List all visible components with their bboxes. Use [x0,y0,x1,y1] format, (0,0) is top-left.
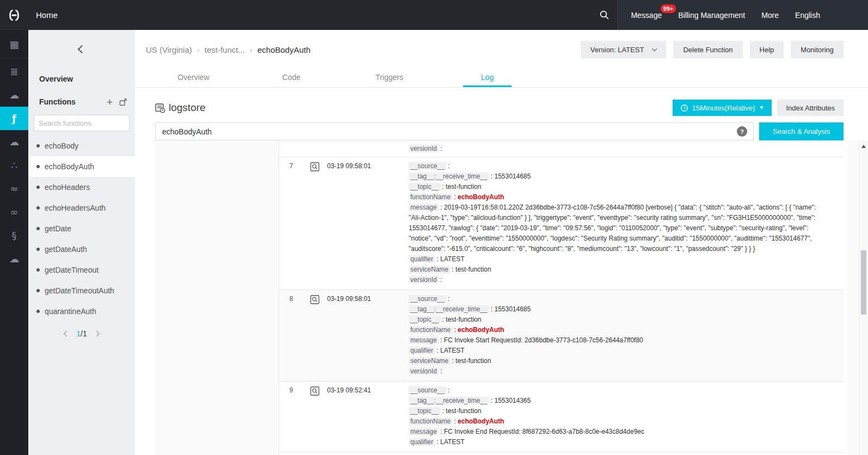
log-field-key: __tag__:__receive_time__ [409,305,489,313]
log-field-key: versionId [409,276,439,284]
log-field: message : FC Invoke Start RequestId: 2d3… [409,335,827,346]
vertical-scrollbar[interactable] [859,140,868,455]
breadcrumb-service[interactable]: test-funct... [205,45,245,54]
view-log-detail-icon[interactable] [310,162,319,171]
log-field-key: functionName [409,417,452,425]
oss-cloud-icon[interactable]: ☁ [0,130,28,153]
cluster-icon[interactable]: ∴ [0,153,28,177]
log-results-panel: versionId : 7 03-19 09:58:01 __source__ … [155,140,844,455]
more-menu[interactable]: More [761,11,779,20]
tab-log[interactable]: Log [453,69,521,87]
chevron-down-icon [652,46,657,51]
sidebar-item-getDate[interactable]: getDate [28,218,135,239]
billing-management-menu[interactable]: Billing Management [678,11,745,20]
log-row-partial: versionId : [280,143,844,157]
vpn-icon[interactable]: § [0,224,28,247]
network-wave-icon[interactable]: ≈ [0,177,28,200]
sidebar-item-quarantineAuth[interactable]: quarantineAuth [28,301,135,322]
log-query-input[interactable] [155,122,754,140]
time-range-dropdown[interactable]: 15Minutes(Relative) ▼ [673,100,772,116]
log-row-number: 8 [280,294,303,377]
chevron-right-icon: › [197,45,200,54]
version-dropdown[interactable]: Version: LATEST [581,41,667,58]
log-field: message : 2019-03-19T16:58:01.220Z 2d36b… [409,202,827,254]
sidebar-item-overview[interactable]: Overview [28,68,135,90]
log-timestamp: 03-19 09:52:41 [327,385,409,447]
search-icon[interactable] [591,0,617,30]
log-field: serviceName : test-function [409,265,827,275]
log-field-value: LATEST [440,347,464,354]
bullet-icon [36,144,40,147]
scrollbar-thumb[interactable] [861,250,866,315]
logstore-title: logstore [155,102,206,114]
home-link[interactable]: Home [36,10,58,20]
log-field: functionName : echoBodyAuth [409,416,827,427]
sidebar-item-getDateTimeoutAuth[interactable]: getDateTimeoutAuth [28,280,135,301]
breadcrumb-region[interactable]: US (Virginia) [146,45,192,54]
log-field-value: echoBodyAuth [458,193,504,201]
log-field: qualifier : LATEST [409,437,827,447]
bullet-icon [36,310,40,313]
cdn-cloud-icon[interactable]: ∞ [0,200,28,224]
next-page-icon[interactable] [94,330,100,336]
search-functions-input[interactable] [34,115,130,131]
create-function-icon[interactable]: + [107,97,113,107]
language-menu[interactable]: English [795,11,820,20]
index-attributes-button[interactable]: Index Attributes [777,100,844,116]
log-row: 9 03-19 09:52:41 __source__ : __tag__:__… [280,382,844,452]
log-field: __topic__ : test-function [409,406,827,416]
log-field-key: functionName [409,326,452,334]
bullet-icon [36,165,40,168]
server-icon[interactable]: ≣ [0,60,28,83]
log-field-key: message [409,204,439,211]
log-left-gutter [155,143,279,455]
delete-function-button[interactable]: Delete Function [673,41,742,58]
function-compute-icon[interactable]: ƒ [0,107,28,130]
sidebar-item-echoHeadersAuth[interactable]: echoHeadersAuth [28,198,135,218]
view-log-detail-icon[interactable] [310,386,319,396]
log-field-key: __tag__:__receive_time__ [409,397,489,404]
top-navigation-bar: Home Message 99+ Billing Management More… [0,0,868,30]
collapse-sidebar-button[interactable] [28,30,135,68]
log-field: qualifier : LATEST [409,346,827,356]
tab-triggers[interactable]: Triggers [355,69,423,87]
logstore-icon [155,103,165,113]
view-log-detail-icon[interactable] [310,295,319,304]
log-field-value: 1553014365 [494,397,531,404]
log-fields: __source__ : __tag__:__receive_time__ : … [409,385,844,447]
sidebar-item-echoHeaders[interactable]: echoHeaders [28,177,135,198]
chevron-left-icon [77,45,86,53]
bullet-icon [36,206,40,210]
apps-grid-icon[interactable]: ▦ [0,30,28,59]
log-row-number: 7 [280,161,303,285]
sidebar-item-getDateTimeout[interactable]: getDateTimeout [28,260,135,280]
sidebar-item-functions[interactable]: Functions + [28,91,135,113]
log-fields: __source__ : __tag__:__receive_time__ : … [409,294,844,377]
log-field-value: test-function [455,357,491,365]
sidebar-item-echoBody[interactable]: echoBody [28,136,135,156]
breadcrumb-function: echoBodyAuth [257,45,311,54]
scroll-up-arrow-icon[interactable] [861,145,866,148]
storage-cloud-icon[interactable]: ☁ [0,83,28,107]
previous-page-icon[interactable] [64,330,70,336]
sidebar-item-getDateAuth[interactable]: getDateAuth [28,239,135,260]
alibaba-cloud-logo-icon[interactable] [0,0,28,30]
query-help-icon[interactable]: ? [737,126,747,137]
tab-code[interactable]: Code [257,69,325,87]
search-analysis-button[interactable]: Search & Analysis [759,122,844,140]
tab-overview[interactable]: Overview [159,69,227,87]
expand-panel-icon[interactable] [119,98,127,106]
monitoring-button[interactable]: Monitoring [791,41,844,58]
message-menu[interactable]: Message 99+ [631,11,662,20]
sidebar-item-echoBodyAuth[interactable]: echoBodyAuth [28,156,135,177]
log-field-value: 1553014685 [494,173,531,180]
log-field-key: qualifier [409,255,435,263]
log-field: functionName : echoBodyAuth [409,325,827,335]
cloud-filled-icon[interactable]: ☁ [0,247,28,270]
log-field-value: 1553014685 [494,305,531,313]
bullet-icon [36,268,40,272]
log-field-value: test-function [446,407,481,415]
bullet-icon [36,289,40,292]
log-row-number: 9 [280,385,303,447]
help-button[interactable]: Help [750,41,784,58]
